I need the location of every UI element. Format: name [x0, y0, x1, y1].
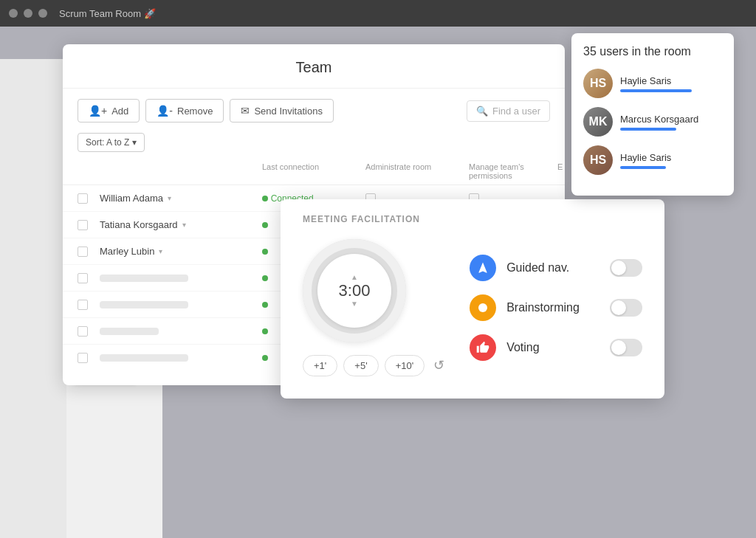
status-dot [262, 196, 268, 201]
send-invitations-button[interactable]: ✉ Send Invitations [230, 99, 334, 123]
status-dot [262, 302, 268, 308]
avatar: HS [583, 69, 613, 98]
status-dot [262, 249, 268, 255]
user-info: Marcus Korsgaard [620, 114, 722, 131]
voting-toggle[interactable] [610, 339, 642, 356]
timer-up-arrow[interactable]: ▲ [351, 274, 358, 281]
name-cell: Marley Lubin ▾ [100, 246, 262, 257]
titlebar-dot-3 [38, 9, 47, 18]
user-item: HS Haylie Saris [583, 69, 722, 98]
avatar: MK [583, 107, 613, 137]
user-name: Haylie Saris [620, 152, 722, 163]
features-list: Guided nav. Brainstorming [470, 255, 642, 361]
add-icon: 👤+ [89, 105, 107, 117]
window-title: Scrum Team Room 🚀 [59, 8, 156, 19]
brainstorming-toggle[interactable] [610, 299, 642, 317]
row-checkbox[interactable] [78, 300, 88, 310]
timer-add-10-button[interactable]: +10' [385, 355, 425, 376]
brainstorming-label: Brainstorming [506, 301, 599, 314]
user-info: Haylie Saris [620, 75, 722, 92]
skeleton [100, 328, 159, 335]
skeleton [100, 301, 188, 308]
name-cell: Tatiana Korsgaard ▾ [100, 219, 262, 230]
timer-add-1-button[interactable]: +1' [303, 355, 337, 376]
voting-icon [470, 334, 496, 361]
user-name: Haylie Saris [620, 75, 722, 86]
status-dot [262, 355, 268, 361]
feature-brainstorming: Brainstorming [470, 294, 642, 321]
brainstorming-icon [470, 294, 496, 321]
avatar: HS [583, 145, 613, 175]
user-activity-bar [620, 89, 692, 92]
user-activity-bar [620, 128, 676, 131]
meeting-panel-title: MEETING FACILITATION [303, 214, 642, 224]
timer-reset-button[interactable]: ↺ [430, 354, 447, 376]
timer-controls: +1' +5' +10' ↺ [303, 354, 447, 376]
guided-nav-icon [470, 255, 496, 281]
feature-guided-nav: Guided nav. [470, 255, 642, 281]
titlebar: Scrum Team Room 🚀 [0, 0, 756, 27]
search-field[interactable]: 🔍 Find a user [467, 100, 550, 122]
status-dot [262, 275, 268, 281]
user-item: HS Haylie Saris [583, 145, 722, 175]
user-item: MK Marcus Korsgaard [583, 107, 722, 137]
user-activity-bar [620, 166, 666, 169]
row-checkbox[interactable] [78, 246, 88, 257]
guided-nav-label: Guided nav. [506, 261, 599, 275]
user-info: Haylie Saris [620, 152, 722, 169]
svg-point-0 [478, 303, 487, 312]
name-cell: William Adama ▾ [100, 193, 262, 204]
user-name: Marcus Korsgaard [620, 114, 722, 125]
guided-nav-toggle[interactable] [610, 259, 642, 277]
skeleton [100, 275, 188, 282]
table-header: Last connection Administrate room Manage… [63, 158, 565, 185]
row-checkbox[interactable] [78, 353, 88, 363]
row-checkbox[interactable] [78, 220, 88, 230]
search-icon: 🔍 [476, 106, 488, 117]
chevron-icon: ▾ [168, 194, 171, 202]
sort-button[interactable]: Sort: A to Z ▾ [78, 133, 145, 152]
timer-section: ▲ 3:00 ▼ +1' +5' +10' ↺ [303, 239, 447, 376]
voting-label: Voting [506, 341, 599, 354]
user-name: Marley Lubin [100, 246, 154, 257]
sort-row: Sort: A to Z ▾ [63, 133, 565, 158]
remove-button[interactable]: 👤- Remove [145, 99, 224, 123]
chevron-down-icon: ▾ [132, 137, 137, 148]
user-name: Tatiana Korsgaard [100, 219, 178, 230]
row-checkbox[interactable] [78, 326, 88, 337]
mail-icon: ✉ [241, 105, 250, 117]
team-toolbar: 👤+ Add 👤- Remove ✉ Send Invitations 🔍 Fi… [63, 89, 565, 133]
users-panel: 35 users in the room HS Haylie Saris MK … [571, 33, 734, 196]
add-button[interactable]: 👤+ Add [78, 99, 140, 123]
status-dot [262, 328, 268, 334]
chevron-icon: ▾ [159, 247, 162, 255]
status-dot [262, 222, 268, 228]
remove-icon: 👤- [157, 105, 173, 117]
timer-down-arrow[interactable]: ▼ [351, 300, 358, 308]
skeleton [100, 354, 188, 362]
meeting-body: ▲ 3:00 ▼ +1' +5' +10' ↺ [303, 239, 642, 376]
users-count-title: 35 users in the room [583, 45, 722, 58]
timer-ring: ▲ 3:00 ▼ [303, 239, 406, 342]
timer-inner: ▲ 3:00 ▼ [317, 254, 391, 328]
user-name: William Adama [100, 193, 163, 204]
chevron-icon: ▾ [182, 221, 186, 229]
team-panel-title: Team [63, 44, 565, 89]
timer-display: 3:00 [339, 281, 371, 300]
timer-add-5-button[interactable]: +5' [343, 355, 378, 376]
row-checkbox[interactable] [78, 193, 88, 204]
titlebar-dot-1 [9, 9, 18, 18]
feature-voting: Voting [470, 334, 642, 361]
titlebar-dot-2 [24, 9, 32, 18]
meeting-panel: MEETING FACILITATION ▲ 3:00 ▼ +1' +5' +1… [281, 199, 664, 399]
timer-container: ▲ 3:00 ▼ [303, 239, 406, 342]
row-checkbox[interactable] [78, 273, 88, 283]
